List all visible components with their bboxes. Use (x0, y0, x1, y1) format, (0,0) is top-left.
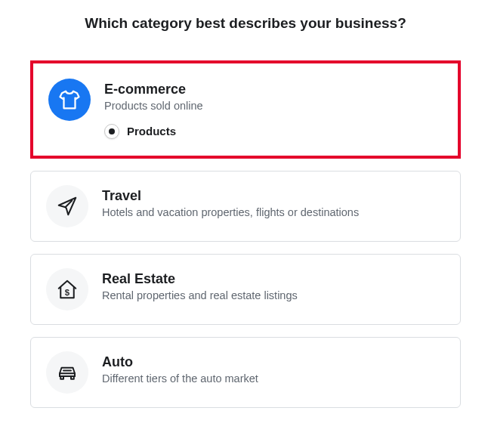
category-body: Real Estate Rental properties and real e… (102, 268, 445, 303)
category-card-travel[interactable]: Travel Hotels and vacation properties, f… (30, 171, 461, 242)
category-card-realestate[interactable]: $ Real Estate Rental properties and real… (30, 254, 461, 325)
category-list: E-commerce Products sold online Products… (30, 60, 461, 408)
category-title: E-commerce (104, 82, 443, 97)
tshirt-icon (48, 79, 91, 121)
category-desc: Rental properties and real estate listin… (102, 289, 445, 303)
category-desc: Products sold online (104, 99, 443, 113)
category-title: Auto (102, 354, 445, 370)
radio-selected-icon (104, 124, 119, 139)
category-card-auto[interactable]: Auto Different tiers of the auto market (30, 337, 461, 408)
subcategory-option-products[interactable]: Products (104, 124, 443, 139)
svg-text:$: $ (65, 287, 70, 296)
category-body: Auto Different tiers of the auto market (102, 351, 445, 386)
house-dollar-icon: $ (46, 268, 88, 311)
category-body: E-commerce Products sold online Products (104, 79, 443, 139)
car-icon (46, 351, 88, 394)
category-desc: Hotels and vacation properties, flights … (102, 205, 445, 220)
category-title: Real Estate (102, 271, 445, 287)
category-title: Travel (102, 188, 445, 204)
airplane-icon (46, 185, 88, 227)
category-desc: Different tiers of the auto market (102, 372, 445, 386)
page-title: Which category best describes your busin… (85, 15, 406, 32)
category-card-ecommerce[interactable]: E-commerce Products sold online Products (30, 60, 461, 159)
subcategory-label: Products (127, 125, 176, 137)
category-body: Travel Hotels and vacation properties, f… (102, 185, 445, 220)
